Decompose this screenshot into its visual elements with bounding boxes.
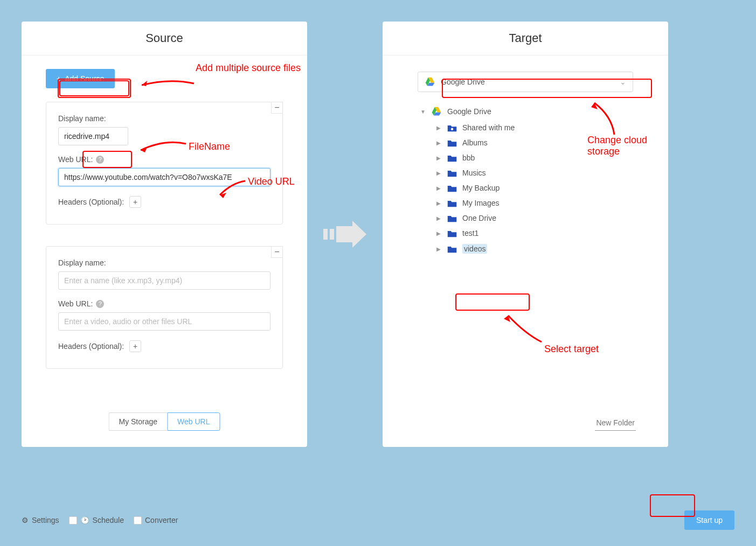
help-icon[interactable]: ? [96, 156, 104, 164]
headers-label: Headers (Optional): + [58, 340, 271, 352]
caret-right-icon: ▶ [436, 200, 442, 206]
gear-icon: ⚙ [22, 516, 29, 524]
folder-icon [447, 199, 457, 207]
source-card: − Display name: Web URL: ? Headers (Opti… [46, 102, 283, 225]
add-header-button[interactable]: + [129, 340, 141, 352]
collapse-button[interactable]: − [271, 102, 283, 114]
plus-icon: + [57, 74, 65, 83]
caret-right-icon: ▶ [436, 170, 442, 176]
web-url-label: Web URL: ? [58, 299, 271, 308]
tree-item[interactable]: ▶ One Drive [436, 211, 668, 226]
target-title: Target [383, 22, 668, 55]
startup-button[interactable]: Start up [684, 510, 734, 530]
folder-icon [447, 214, 457, 222]
caret-right-icon: ▶ [436, 155, 442, 161]
folder-tree: ▼ Google Drive ▶ Shared with me ▶ Albums… [420, 103, 668, 257]
folder-icon [447, 169, 457, 177]
checkbox-icon [69, 516, 77, 524]
display-name-label: Display name: [58, 258, 271, 267]
annotation-arrow-icon [590, 100, 622, 137]
caret-right-icon: ▶ [436, 246, 442, 252]
tree-item-videos[interactable]: ▶ videos [436, 241, 668, 257]
checkbox-icon [134, 516, 142, 524]
add-header-button[interactable]: + [129, 196, 141, 208]
annotation-text: FileName [189, 141, 230, 152]
cloud-storage-label: Google Drive [441, 78, 485, 86]
caret-right-icon: ▶ [436, 140, 442, 146]
source-title: Source [22, 22, 307, 55]
folder-icon [447, 154, 457, 162]
caret-down-icon: ▼ [420, 109, 426, 115]
web-url-input[interactable] [58, 312, 271, 331]
annotation-arrow-icon [137, 75, 197, 92]
clock-icon: 🕑 [80, 516, 89, 524]
new-folder-button[interactable]: New Folder [595, 416, 636, 431]
annotation-text: Video URL [248, 176, 295, 187]
converter-toggle[interactable]: Converter [134, 516, 178, 524]
annotation-arrow-icon [137, 137, 189, 153]
collapse-button[interactable]: − [271, 246, 283, 258]
help-icon[interactable]: ? [96, 300, 104, 308]
tree-item[interactable]: ▶ Musics [436, 165, 668, 180]
schedule-toggle[interactable]: 🕑 Schedule [69, 516, 124, 524]
transfer-arrow-icon [323, 221, 366, 248]
folder-icon [447, 139, 457, 147]
caret-right-icon: ▶ [436, 125, 442, 131]
display-name-input[interactable] [58, 127, 128, 145]
source-card: − Display name: Web URL: ? Headers (Opti… [46, 246, 283, 369]
folder-icon [447, 184, 457, 192]
caret-right-icon: ▶ [436, 185, 442, 191]
web-url-label: Web URL: ? [58, 155, 271, 164]
tree-root[interactable]: ▼ Google Drive [420, 103, 668, 120]
google-drive-icon [425, 76, 435, 87]
google-drive-icon [431, 106, 442, 117]
tree-item-shared[interactable]: ▶ Shared with me [436, 120, 668, 135]
folder-icon [447, 245, 457, 253]
footer-bar: ⚙ Settings 🕑 Schedule Converter Start up [22, 510, 734, 530]
caret-right-icon: ▶ [436, 215, 442, 221]
tree-item[interactable]: ▶ My Backup [436, 180, 668, 195]
annotation-arrow-icon [216, 177, 248, 198]
target-panel: Target Google Drive ⌄ ▼ Google Drive ▶ S… [383, 22, 668, 447]
display-name-input[interactable] [58, 271, 271, 290]
tab-web-url[interactable]: Web URL [167, 412, 220, 431]
annotation-text: Change cloud storage [587, 135, 679, 157]
display-name-label: Display name: [58, 114, 271, 123]
annotation-text: Select target [544, 344, 599, 355]
folder-icon [447, 229, 457, 237]
shared-folder-icon [447, 124, 457, 132]
source-tab-switch: My Storage Web URL [108, 412, 220, 431]
annotation-text: Add multiple source files [196, 62, 301, 74]
tree-item[interactable]: ▶ My Images [436, 195, 668, 211]
settings-link[interactable]: ⚙ Settings [22, 516, 59, 524]
caret-right-icon: ▶ [436, 230, 442, 236]
tree-item[interactable]: ▶ test1 [436, 226, 668, 241]
chevron-down-icon: ⌄ [620, 78, 626, 86]
svg-point-0 [451, 128, 454, 130]
tab-my-storage[interactable]: My Storage [108, 412, 167, 431]
cloud-storage-selector[interactable]: Google Drive ⌄ [418, 72, 633, 92]
add-source-button[interactable]: + Add Source [46, 69, 115, 88]
annotation-arrow-icon [504, 312, 547, 345]
